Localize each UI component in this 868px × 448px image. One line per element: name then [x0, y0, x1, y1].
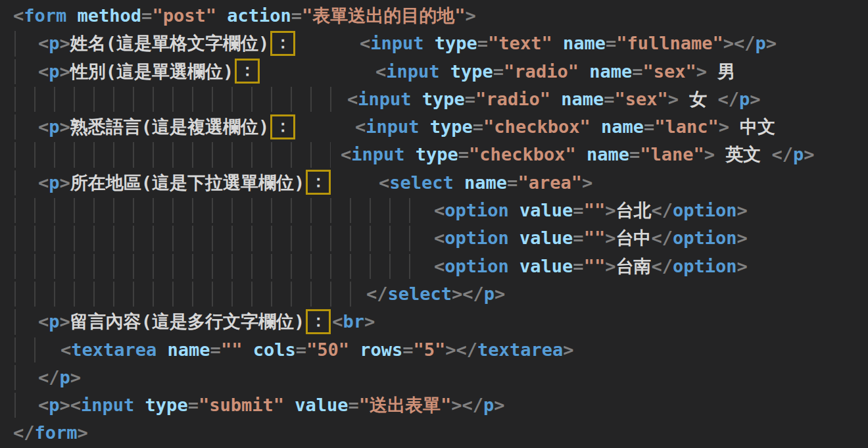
- punctuation-token: >: [78, 422, 88, 443]
- punctuation-token: =: [606, 33, 616, 53]
- attribute-token: value: [519, 228, 573, 248]
- code-line-option-taipei[interactable]: <option value="">台北</option>: [0, 197, 868, 224]
- string-token: "area": [518, 172, 582, 193]
- punctuation-token: <: [38, 172, 49, 193]
- text-token: [576, 144, 587, 164]
- text-token: [412, 89, 422, 109]
- punctuation-token: =: [349, 395, 359, 415]
- punctuation-token: <: [60, 339, 71, 360]
- attribute-token: name: [563, 33, 606, 53]
- indent-guides: [14, 59, 16, 84]
- punctuation-token: >: [494, 395, 504, 415]
- punctuation-token: <: [38, 116, 49, 137]
- text-token: 女: [679, 89, 718, 109]
- code-segment: <option value="">台南</option>: [434, 253, 748, 280]
- tag-token: option: [445, 256, 509, 276]
- text-token: 留言內容(這是多行文字欄位): [70, 311, 305, 332]
- attribute-token: value: [519, 200, 573, 220]
- punctuation-token: >: [605, 200, 615, 220]
- code-line-language-row[interactable]: <p>熟悉語言(這是複選欄位)：<input type="checkbox" n…: [0, 113, 868, 141]
- code-line-language-row-2[interactable]: <input type="checkbox" name="lane"> 英文 <…: [0, 141, 868, 168]
- punctuation-token: =: [604, 89, 614, 109]
- punctuation-token: <: [38, 311, 49, 332]
- string-token: "sex": [614, 89, 667, 109]
- code-segment: <select name="area">: [379, 169, 592, 197]
- attribute-token: value: [519, 256, 573, 276]
- tag-token: p: [793, 144, 804, 164]
- attribute-token: type: [422, 89, 465, 109]
- code-line-form-close[interactable]: </form>: [0, 419, 868, 447]
- indent-guides: [14, 142, 331, 167]
- attribute-token: type: [450, 61, 493, 82]
- code-segment: </select></p>: [366, 280, 505, 308]
- code-segment: <p>姓名(這是單格文字欄位)：: [38, 30, 297, 57]
- string-token: "": [584, 200, 606, 220]
- tag-token: form: [35, 422, 78, 443]
- punctuation-token: =: [291, 5, 302, 26]
- code-line-sex-row-2[interactable]: <input type="radio" name="sex"> 女 </p>: [0, 86, 868, 113]
- code-line-area-row[interactable]: <p>所在地區(這是下拉選單欄位)：<select name="area">: [0, 169, 868, 197]
- punctuation-token: <: [347, 89, 358, 109]
- text-token: [579, 61, 589, 82]
- tag-token: p: [49, 395, 59, 415]
- code-line-submit-row[interactable]: <p><input type="submit" value="送出表單"></p…: [0, 391, 868, 419]
- text-token: [552, 33, 563, 53]
- code-line-sex-row[interactable]: <p>性別(這是單選欄位)：<input type="radio" name="…: [0, 58, 868, 86]
- code-lines: <form method="post" action="表單送出的目的地"><p…: [0, 2, 868, 447]
- indent-guides: [14, 114, 16, 139]
- code-line-option-taichung[interactable]: <option value="">台中</option>: [0, 224, 868, 252]
- tag-token: input: [351, 144, 404, 164]
- attribute-token: name: [464, 172, 507, 193]
- unicode-highlight-box: ：: [270, 31, 295, 56]
- string-token: "sex": [642, 61, 696, 82]
- punctuation-token: =: [477, 33, 488, 53]
- text-token: [242, 339, 253, 360]
- tag-token: option: [673, 228, 737, 248]
- code-line-form-open[interactable]: <form method="post" action="表單送出的目的地">: [0, 2, 868, 30]
- string-token: "text": [488, 33, 552, 53]
- code-segment: </form>: [13, 419, 88, 447]
- punctuation-token: </: [366, 284, 388, 304]
- tag-token: p: [756, 33, 766, 53]
- punctuation-token: </: [456, 339, 478, 360]
- string-token: "": [221, 339, 243, 360]
- code-line-textarea-row[interactable]: <textarea name="" cols="50" rows="5"></t…: [0, 336, 868, 364]
- code-segment: </p>: [38, 364, 81, 391]
- text-token: [405, 144, 416, 164]
- tag-token: input: [370, 33, 423, 53]
- code-editor[interactable]: <form method="post" action="表單送出的目的地"><p…: [0, 0, 868, 448]
- punctuation-token: =: [493, 61, 504, 82]
- code-segment: <p>熟悉語言(這是複選欄位)：: [38, 113, 297, 141]
- tag-token: p: [49, 116, 59, 137]
- punctuation-token: <: [434, 200, 445, 220]
- code-line-fullname-row[interactable]: <p>姓名(這是單格文字欄位)：<input type="text" name=…: [0, 30, 868, 57]
- tag-token: p: [484, 284, 494, 304]
- code-line-option-tainan[interactable]: <option value="">台南</option>: [0, 253, 868, 280]
- punctuation-token: >: [719, 116, 729, 137]
- string-token: "lane": [640, 144, 704, 164]
- text-token: [509, 200, 519, 220]
- tag-token: option: [445, 228, 509, 248]
- code-segment: <p>所在地區(這是下拉選單欄位)：: [38, 169, 332, 197]
- punctuation-token: </: [13, 422, 35, 443]
- attribute-token: cols: [253, 339, 296, 360]
- unicode-highlight-box: ：: [306, 309, 331, 334]
- punctuation-token: =: [629, 144, 640, 164]
- string-token: "fullname": [616, 33, 723, 53]
- code-segment: <input type="checkbox" name="lanc"> 中文: [355, 113, 775, 141]
- indent-guides: [14, 226, 424, 251]
- code-line-select-close[interactable]: </select></p>: [0, 280, 868, 308]
- punctuation-token: <: [379, 172, 389, 193]
- punctuation-token: >: [60, 172, 70, 193]
- punctuation-token: >: [704, 144, 715, 164]
- text-token: 台中: [615, 228, 651, 248]
- code-line-message-row[interactable]: <p>留言內容(這是多行文字欄位)：<br>: [0, 308, 868, 336]
- tag-token: select: [389, 172, 454, 193]
- code-line-p-close[interactable]: </p>: [0, 364, 868, 391]
- attribute-token: name: [561, 89, 604, 109]
- code-segment: <option value="">台中</option>: [434, 224, 748, 252]
- punctuation-token: <: [355, 116, 366, 137]
- punctuation-token: =: [458, 144, 469, 164]
- indent-guides: [14, 393, 16, 418]
- text-token: [66, 5, 77, 26]
